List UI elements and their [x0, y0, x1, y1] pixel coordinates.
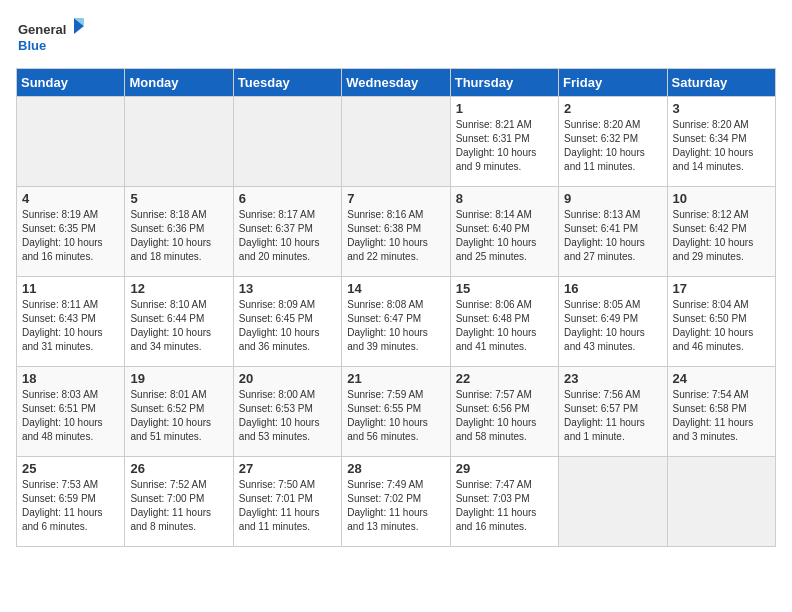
day-info: Sunrise: 8:06 AM Sunset: 6:48 PM Dayligh… [456, 298, 553, 354]
week-row-3: 18Sunrise: 8:03 AM Sunset: 6:51 PM Dayli… [17, 367, 776, 457]
day-number: 25 [22, 461, 119, 476]
day-cell: 23Sunrise: 7:56 AM Sunset: 6:57 PM Dayli… [559, 367, 667, 457]
day-info: Sunrise: 8:09 AM Sunset: 6:45 PM Dayligh… [239, 298, 336, 354]
day-info: Sunrise: 7:50 AM Sunset: 7:01 PM Dayligh… [239, 478, 336, 534]
day-cell [17, 97, 125, 187]
logo: General Blue [16, 16, 86, 60]
calendar-body: 1Sunrise: 8:21 AM Sunset: 6:31 PM Daylig… [17, 97, 776, 547]
day-cell: 22Sunrise: 7:57 AM Sunset: 6:56 PM Dayli… [450, 367, 558, 457]
day-number: 5 [130, 191, 227, 206]
day-cell: 13Sunrise: 8:09 AM Sunset: 6:45 PM Dayli… [233, 277, 341, 367]
day-number: 15 [456, 281, 553, 296]
day-number: 9 [564, 191, 661, 206]
day-number: 28 [347, 461, 444, 476]
header-cell-wednesday: Wednesday [342, 69, 450, 97]
day-number: 1 [456, 101, 553, 116]
header-cell-saturday: Saturday [667, 69, 775, 97]
day-cell: 7Sunrise: 8:16 AM Sunset: 6:38 PM Daylig… [342, 187, 450, 277]
week-row-0: 1Sunrise: 8:21 AM Sunset: 6:31 PM Daylig… [17, 97, 776, 187]
day-number: 18 [22, 371, 119, 386]
day-number: 19 [130, 371, 227, 386]
day-cell: 9Sunrise: 8:13 AM Sunset: 6:41 PM Daylig… [559, 187, 667, 277]
day-cell: 24Sunrise: 7:54 AM Sunset: 6:58 PM Dayli… [667, 367, 775, 457]
day-cell: 25Sunrise: 7:53 AM Sunset: 6:59 PM Dayli… [17, 457, 125, 547]
day-cell: 5Sunrise: 8:18 AM Sunset: 6:36 PM Daylig… [125, 187, 233, 277]
day-info: Sunrise: 8:17 AM Sunset: 6:37 PM Dayligh… [239, 208, 336, 264]
day-number: 6 [239, 191, 336, 206]
header-row: SundayMondayTuesdayWednesdayThursdayFrid… [17, 69, 776, 97]
day-number: 10 [673, 191, 770, 206]
day-number: 2 [564, 101, 661, 116]
day-number: 12 [130, 281, 227, 296]
header-cell-sunday: Sunday [17, 69, 125, 97]
day-cell: 18Sunrise: 8:03 AM Sunset: 6:51 PM Dayli… [17, 367, 125, 457]
day-cell: 12Sunrise: 8:10 AM Sunset: 6:44 PM Dayli… [125, 277, 233, 367]
day-cell: 3Sunrise: 8:20 AM Sunset: 6:34 PM Daylig… [667, 97, 775, 187]
calendar-table: SundayMondayTuesdayWednesdayThursdayFrid… [16, 68, 776, 547]
day-number: 3 [673, 101, 770, 116]
day-number: 22 [456, 371, 553, 386]
day-number: 11 [22, 281, 119, 296]
day-info: Sunrise: 8:12 AM Sunset: 6:42 PM Dayligh… [673, 208, 770, 264]
logo-svg: General Blue [16, 16, 86, 56]
day-info: Sunrise: 8:04 AM Sunset: 6:50 PM Dayligh… [673, 298, 770, 354]
day-cell: 19Sunrise: 8:01 AM Sunset: 6:52 PM Dayli… [125, 367, 233, 457]
day-cell: 4Sunrise: 8:19 AM Sunset: 6:35 PM Daylig… [17, 187, 125, 277]
day-info: Sunrise: 8:21 AM Sunset: 6:31 PM Dayligh… [456, 118, 553, 174]
day-cell: 21Sunrise: 7:59 AM Sunset: 6:55 PM Dayli… [342, 367, 450, 457]
day-info: Sunrise: 8:16 AM Sunset: 6:38 PM Dayligh… [347, 208, 444, 264]
day-number: 4 [22, 191, 119, 206]
day-info: Sunrise: 8:05 AM Sunset: 6:49 PM Dayligh… [564, 298, 661, 354]
day-info: Sunrise: 8:08 AM Sunset: 6:47 PM Dayligh… [347, 298, 444, 354]
day-number: 26 [130, 461, 227, 476]
day-info: Sunrise: 7:52 AM Sunset: 7:00 PM Dayligh… [130, 478, 227, 534]
day-cell: 8Sunrise: 8:14 AM Sunset: 6:40 PM Daylig… [450, 187, 558, 277]
day-cell: 6Sunrise: 8:17 AM Sunset: 6:37 PM Daylig… [233, 187, 341, 277]
day-info: Sunrise: 8:03 AM Sunset: 6:51 PM Dayligh… [22, 388, 119, 444]
day-cell: 10Sunrise: 8:12 AM Sunset: 6:42 PM Dayli… [667, 187, 775, 277]
day-cell: 16Sunrise: 8:05 AM Sunset: 6:49 PM Dayli… [559, 277, 667, 367]
calendar-header: SundayMondayTuesdayWednesdayThursdayFrid… [17, 69, 776, 97]
week-row-2: 11Sunrise: 8:11 AM Sunset: 6:43 PM Dayli… [17, 277, 776, 367]
day-number: 14 [347, 281, 444, 296]
day-cell [233, 97, 341, 187]
day-info: Sunrise: 8:14 AM Sunset: 6:40 PM Dayligh… [456, 208, 553, 264]
day-info: Sunrise: 7:49 AM Sunset: 7:02 PM Dayligh… [347, 478, 444, 534]
svg-text:General: General [18, 22, 66, 37]
day-cell [667, 457, 775, 547]
day-info: Sunrise: 7:56 AM Sunset: 6:57 PM Dayligh… [564, 388, 661, 444]
day-number: 24 [673, 371, 770, 386]
day-cell [559, 457, 667, 547]
svg-text:Blue: Blue [18, 38, 46, 53]
day-number: 17 [673, 281, 770, 296]
day-cell: 29Sunrise: 7:47 AM Sunset: 7:03 PM Dayli… [450, 457, 558, 547]
day-info: Sunrise: 8:20 AM Sunset: 6:32 PM Dayligh… [564, 118, 661, 174]
header-cell-friday: Friday [559, 69, 667, 97]
header-cell-thursday: Thursday [450, 69, 558, 97]
day-number: 7 [347, 191, 444, 206]
day-cell [125, 97, 233, 187]
day-number: 23 [564, 371, 661, 386]
day-info: Sunrise: 8:11 AM Sunset: 6:43 PM Dayligh… [22, 298, 119, 354]
week-row-4: 25Sunrise: 7:53 AM Sunset: 6:59 PM Dayli… [17, 457, 776, 547]
day-cell: 1Sunrise: 8:21 AM Sunset: 6:31 PM Daylig… [450, 97, 558, 187]
day-info: Sunrise: 8:01 AM Sunset: 6:52 PM Dayligh… [130, 388, 227, 444]
day-info: Sunrise: 8:20 AM Sunset: 6:34 PM Dayligh… [673, 118, 770, 174]
day-info: Sunrise: 7:47 AM Sunset: 7:03 PM Dayligh… [456, 478, 553, 534]
day-info: Sunrise: 8:00 AM Sunset: 6:53 PM Dayligh… [239, 388, 336, 444]
day-number: 13 [239, 281, 336, 296]
day-info: Sunrise: 8:10 AM Sunset: 6:44 PM Dayligh… [130, 298, 227, 354]
day-cell: 2Sunrise: 8:20 AM Sunset: 6:32 PM Daylig… [559, 97, 667, 187]
week-row-1: 4Sunrise: 8:19 AM Sunset: 6:35 PM Daylig… [17, 187, 776, 277]
day-info: Sunrise: 7:57 AM Sunset: 6:56 PM Dayligh… [456, 388, 553, 444]
day-info: Sunrise: 7:59 AM Sunset: 6:55 PM Dayligh… [347, 388, 444, 444]
day-cell: 26Sunrise: 7:52 AM Sunset: 7:00 PM Dayli… [125, 457, 233, 547]
header-cell-monday: Monday [125, 69, 233, 97]
day-number: 29 [456, 461, 553, 476]
day-number: 21 [347, 371, 444, 386]
header-cell-tuesday: Tuesday [233, 69, 341, 97]
day-info: Sunrise: 8:19 AM Sunset: 6:35 PM Dayligh… [22, 208, 119, 264]
day-info: Sunrise: 7:53 AM Sunset: 6:59 PM Dayligh… [22, 478, 119, 534]
day-info: Sunrise: 7:54 AM Sunset: 6:58 PM Dayligh… [673, 388, 770, 444]
day-number: 20 [239, 371, 336, 386]
